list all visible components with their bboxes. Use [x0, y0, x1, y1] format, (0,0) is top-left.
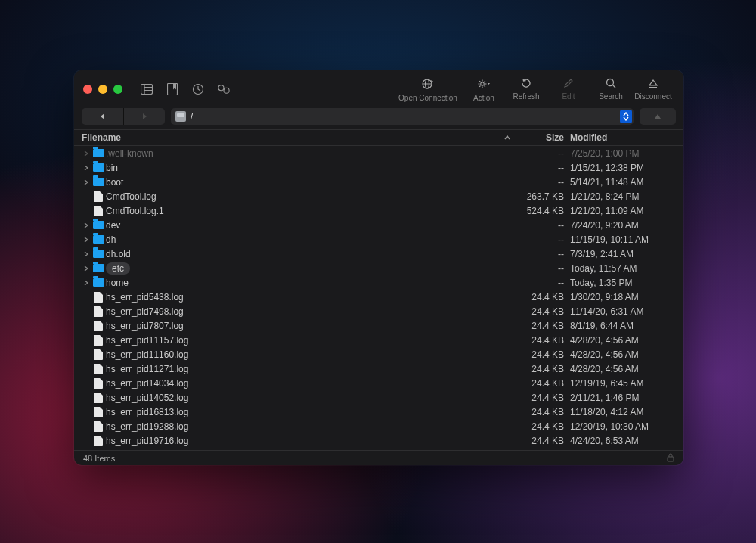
- file-row[interactable]: dev--7/24/20, 9:20 AM: [74, 218, 683, 232]
- file-list[interactable]: .well-known--7/25/20, 1:00 PMbin--1/15/2…: [74, 146, 683, 450]
- folder-icon: [91, 235, 106, 244]
- file-row[interactable]: hs_err_pid14052.log24.4 KB2/11/21, 1:46 …: [74, 390, 683, 405]
- file-name: dev: [106, 220, 517, 231]
- close-button[interactable]: [83, 85, 92, 94]
- file-modified: 11/15/19, 10:11 AM: [570, 234, 676, 245]
- disclosure-chevron-icon[interactable]: [82, 222, 91, 228]
- file-size: 24.4 KB: [517, 393, 570, 403]
- go-up-button[interactable]: [640, 108, 676, 125]
- minimize-button[interactable]: [98, 85, 107, 94]
- file-size: 263.7 KB: [517, 191, 570, 202]
- file-row[interactable]: CmdTool.log263.7 KB1/21/20, 8:24 PM: [74, 189, 683, 203]
- svg-line-21: [485, 81, 485, 82]
- file-icon: [91, 393, 106, 403]
- folder-icon: [91, 278, 106, 287]
- file-row[interactable]: hs_err_pid11157.log24.4 KB4/28/20, 4:56 …: [74, 333, 683, 347]
- file-row[interactable]: boot--5/14/21, 11:48 AM: [74, 175, 683, 189]
- refresh-label: Refresh: [513, 92, 539, 101]
- action-label: Action: [473, 94, 494, 102]
- column-size[interactable]: Size: [517, 132, 570, 143]
- file-name: hs_err_pid19716.log: [106, 436, 517, 446]
- file-name: dh.old: [106, 249, 517, 259]
- file-icon: [91, 306, 106, 317]
- file-modified: 12/20/19, 10:30 AM: [570, 421, 676, 432]
- file-size: 524.4 KB: [517, 206, 570, 216]
- column-filename[interactable]: Filename: [82, 132, 503, 143]
- file-row[interactable]: hs_err_pid11271.log24.4 KB4/28/20, 4:56 …: [74, 361, 683, 376]
- file-name: hs_err_pid7807.log: [106, 321, 517, 331]
- file-row[interactable]: hs_err_pid19716.log24.4 KB4/24/20, 6:53 …: [74, 433, 683, 448]
- file-row[interactable]: hs_err_pid7807.log24.4 KB8/1/19, 6:44 AM: [74, 318, 683, 333]
- svg-line-18: [479, 81, 480, 82]
- maximize-button[interactable]: [113, 85, 122, 94]
- column-modified[interactable]: Modified: [570, 132, 676, 143]
- path-combobox[interactable]: /: [171, 108, 634, 125]
- file-name: hs_err_pid16813.log: [106, 407, 517, 417]
- file-name: .well-known: [106, 148, 517, 159]
- nav-back-button[interactable]: [82, 108, 123, 125]
- file-modified: 4/28/20, 4:56 AM: [570, 364, 676, 374]
- outline-view-icon[interactable]: [141, 83, 153, 95]
- svg-rect-0: [141, 85, 153, 95]
- file-size: 24.4 KB: [517, 321, 570, 331]
- history-icon[interactable]: [192, 83, 204, 95]
- file-row[interactable]: .well-known--7/25/20, 1:00 PM: [74, 146, 683, 160]
- file-modified: 4/28/20, 4:56 AM: [570, 335, 676, 346]
- refresh-button[interactable]: Refresh: [505, 77, 547, 101]
- action-button[interactable]: Action: [463, 77, 505, 102]
- svg-point-6: [218, 85, 224, 91]
- file-row[interactable]: CmdTool.log.1524.4 KB1/21/20, 11:09 AM: [74, 203, 683, 218]
- volume-icon: [175, 111, 186, 122]
- folder-icon: [91, 264, 106, 272]
- path-stepper[interactable]: [620, 110, 632, 123]
- folder-icon: [91, 221, 106, 229]
- file-row[interactable]: hs_err_pid19288.log24.4 KB12/20/19, 10:3…: [74, 419, 683, 433]
- svg-line-23: [613, 85, 616, 88]
- file-name: etc: [106, 262, 517, 275]
- folder-icon: [91, 250, 106, 258]
- file-row[interactable]: dh--11/15/19, 10:11 AM: [74, 232, 683, 247]
- file-icon: [91, 335, 106, 346]
- disclosure-chevron-icon[interactable]: [82, 179, 91, 185]
- disclosure-chevron-icon[interactable]: [82, 251, 91, 257]
- file-row[interactable]: hs_err_pid16813.log24.4 KB11/18/20, 4:12…: [74, 405, 683, 419]
- nav-forward-button[interactable]: [123, 108, 165, 125]
- search-button[interactable]: Search: [590, 77, 632, 101]
- file-modified: 8/1/19, 6:44 AM: [570, 321, 676, 331]
- file-name: hs_err_pid14052.log: [106, 393, 517, 403]
- file-row[interactable]: hs_err_pid11160.log24.4 KB4/28/20, 4:56 …: [74, 347, 683, 361]
- file-row[interactable]: dh.old--7/3/19, 2:41 AM: [74, 247, 683, 261]
- bookmarks-icon[interactable]: [166, 83, 178, 95]
- disclosure-chevron-icon[interactable]: [82, 265, 91, 272]
- file-row[interactable]: hs_err_pid5438.log24.4 KB1/30/20, 9:18 A…: [74, 290, 683, 304]
- folder-icon: [91, 178, 106, 186]
- svg-rect-25: [668, 457, 674, 461]
- file-modified: 1/15/21, 12:38 PM: [570, 163, 676, 173]
- file-row[interactable]: bin--1/15/21, 12:38 PM: [74, 160, 683, 175]
- file-row[interactable]: home--Today, 1:35 PM: [74, 275, 683, 290]
- file-modified: 11/18/20, 4:12 AM: [570, 407, 676, 417]
- file-modified: 1/21/20, 8:24 PM: [570, 191, 676, 202]
- file-icon: [91, 378, 106, 389]
- disclosure-chevron-icon[interactable]: [82, 150, 91, 157]
- disconnect-label: Disconnect: [634, 92, 671, 101]
- file-row[interactable]: hs_err_pid14034.log24.4 KB12/19/19, 6:45…: [74, 376, 683, 390]
- file-modified: 7/24/20, 9:20 AM: [570, 220, 676, 231]
- transfers-icon[interactable]: [218, 83, 230, 95]
- disclosure-chevron-icon[interactable]: [82, 237, 91, 243]
- disclosure-chevron-icon[interactable]: [82, 165, 91, 171]
- lock-icon: [667, 453, 674, 464]
- file-modified: 1/30/20, 9:18 AM: [570, 292, 676, 303]
- file-row[interactable]: etc--Today, 11:57 AM: [74, 261, 683, 275]
- open-connection-button[interactable]: Open Connection: [393, 77, 463, 102]
- toolbar-left: [141, 83, 230, 95]
- file-size: 24.4 KB: [517, 349, 570, 360]
- file-icon: [91, 436, 106, 446]
- svg-point-7: [224, 88, 229, 93]
- open-connection-label: Open Connection: [398, 94, 457, 102]
- svg-rect-4: [168, 84, 178, 95]
- file-size: --: [517, 263, 570, 274]
- disconnect-button[interactable]: Disconnect: [632, 77, 674, 101]
- disclosure-chevron-icon[interactable]: [82, 280, 91, 286]
- file-row[interactable]: hs_err_pid7498.log24.4 KB11/14/20, 6:31 …: [74, 304, 683, 318]
